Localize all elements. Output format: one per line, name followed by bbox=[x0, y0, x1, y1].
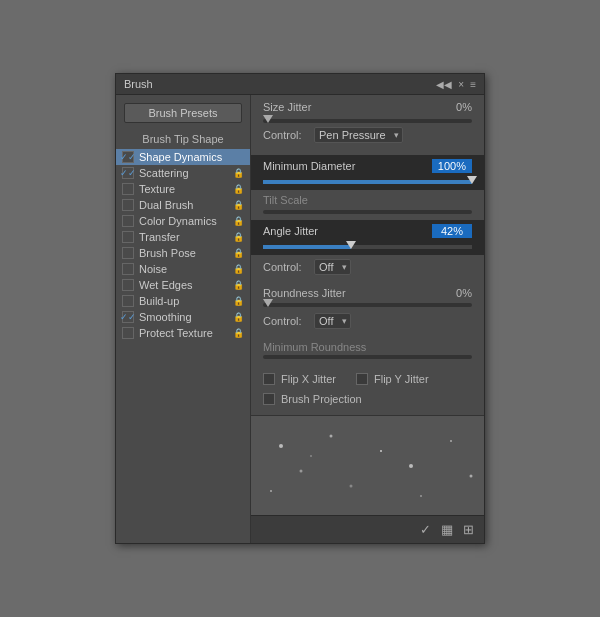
control-label-3: Control: bbox=[263, 315, 308, 327]
label-texture: Texture bbox=[139, 183, 231, 195]
sidebar-item-build-up[interactable]: Build-up 🔒 bbox=[116, 293, 250, 309]
checkbox-smoothing[interactable]: ✓ bbox=[122, 311, 134, 323]
checkbox-color-dynamics[interactable] bbox=[122, 215, 134, 227]
min-diameter-track-inner bbox=[263, 180, 472, 184]
label-noise: Noise bbox=[139, 263, 231, 275]
sidebar-item-transfer[interactable]: Transfer 🔒 bbox=[116, 229, 250, 245]
label-brush-pose: Brush Pose bbox=[139, 247, 231, 259]
sidebar-item-wet-edges[interactable]: Wet Edges 🔒 bbox=[116, 277, 250, 293]
checkbox-build-up[interactable] bbox=[122, 295, 134, 307]
control-label-1: Control: bbox=[263, 129, 308, 141]
close-button[interactable]: × bbox=[458, 79, 464, 90]
content-area: Size Jitter 0% Control: Pen Pressure bbox=[251, 95, 484, 543]
checkbox-noise[interactable] bbox=[122, 263, 134, 275]
flip-y-row: Flip Y Jitter bbox=[356, 373, 429, 385]
control-label-2: Control: bbox=[263, 261, 308, 273]
size-jitter-section: Size Jitter 0% Control: Pen Pressure bbox=[251, 95, 484, 155]
roundness-jitter-slider-wrap[interactable] bbox=[251, 303, 484, 313]
toolbar-icon-layout[interactable]: ⊞ bbox=[461, 520, 476, 539]
checkbox-dual-brush[interactable] bbox=[122, 199, 134, 211]
panel-body: Brush Presets Brush Tip Shape ✓ Shape Dy… bbox=[116, 95, 484, 543]
tilt-scale-slider[interactable] bbox=[263, 210, 472, 214]
sidebar-item-smoothing[interactable]: ✓ Smoothing 🔒 bbox=[116, 309, 250, 325]
sidebar-item-texture[interactable]: Texture 🔒 bbox=[116, 181, 250, 197]
angle-jitter-label: Angle Jitter bbox=[263, 225, 432, 237]
lock-icon-build-up: 🔒 bbox=[233, 296, 244, 306]
angle-jitter-fill bbox=[263, 245, 351, 249]
checkbox-shape-dynamics[interactable]: ✓ bbox=[122, 151, 134, 163]
control-select-3[interactable]: Off bbox=[314, 313, 351, 329]
svg-point-4 bbox=[409, 464, 413, 468]
min-roundness-label: Minimum Roundness bbox=[263, 341, 472, 353]
menu-button[interactable]: ≡ bbox=[470, 79, 476, 90]
brush-projection-row: Brush Projection bbox=[263, 393, 472, 405]
sidebar-item-dual-brush[interactable]: Dual Brush 🔒 bbox=[116, 197, 250, 213]
label-build-up: Build-up bbox=[139, 295, 231, 307]
sidebar-item-noise[interactable]: Noise 🔒 bbox=[116, 261, 250, 277]
min-diameter-value: 100% bbox=[432, 159, 472, 173]
min-diameter-thumb bbox=[467, 176, 477, 184]
checkbox-flip-y[interactable] bbox=[356, 373, 368, 385]
min-diameter-fill bbox=[263, 180, 472, 184]
sidebar-item-scattering[interactable]: ✓ Scattering 🔒 bbox=[116, 165, 250, 181]
checkbox-transfer[interactable] bbox=[122, 231, 134, 243]
checkbox-wet-edges[interactable] bbox=[122, 279, 134, 291]
flip-row: Flip X Jitter Flip Y Jitter bbox=[263, 373, 472, 389]
svg-point-1 bbox=[330, 435, 333, 438]
svg-point-6 bbox=[350, 485, 353, 488]
angle-jitter-thumb bbox=[346, 241, 356, 249]
checkbox-protect-texture[interactable] bbox=[122, 327, 134, 339]
sidebar-item-brush-pose[interactable]: Brush Pose 🔒 bbox=[116, 245, 250, 261]
roundness-jitter-section: Roundness Jitter 0% Control: bbox=[251, 283, 484, 365]
min-roundness-slider[interactable] bbox=[263, 355, 472, 359]
lock-icon-color-dynamics: 🔒 bbox=[233, 216, 244, 226]
control-select-wrapper-2: Off bbox=[314, 259, 351, 275]
svg-point-7 bbox=[270, 490, 272, 492]
roundness-jitter-thumb bbox=[263, 299, 273, 307]
size-jitter-control-row: Control: Pen Pressure bbox=[263, 127, 472, 143]
label-color-dynamics: Color Dynamics bbox=[139, 215, 231, 227]
lock-icon-dual-brush: 🔒 bbox=[233, 200, 244, 210]
brush-panel: Brush ◀◀ × ≡ Brush Presets Brush Tip Sha… bbox=[115, 73, 485, 544]
svg-point-2 bbox=[380, 450, 382, 452]
svg-point-10 bbox=[470, 475, 473, 478]
control-select-1[interactable]: Pen Pressure bbox=[314, 127, 403, 143]
roundness-jitter-row: Roundness Jitter 0% bbox=[251, 283, 484, 303]
brush-presets-button[interactable]: Brush Presets bbox=[124, 103, 242, 123]
min-diameter-label: Minimum Diameter bbox=[263, 160, 432, 172]
titlebar-right: ◀◀ × ≡ bbox=[436, 79, 476, 90]
flip-section: Flip X Jitter Flip Y Jitter Brush Projec… bbox=[251, 365, 484, 415]
checkbox-brush-projection[interactable] bbox=[263, 393, 275, 405]
tilt-scale-label: Tilt Scale bbox=[263, 194, 472, 206]
sidebar-item-shape-dynamics[interactable]: ✓ Shape Dynamics bbox=[116, 149, 250, 165]
label-transfer: Transfer bbox=[139, 231, 231, 243]
lock-icon-noise: 🔒 bbox=[233, 264, 244, 274]
angle-jitter-slider[interactable] bbox=[251, 242, 484, 255]
checkbox-brush-pose[interactable] bbox=[122, 247, 134, 259]
min-diameter-slider[interactable] bbox=[251, 177, 484, 190]
panel-title: Brush bbox=[124, 78, 153, 90]
min-diameter-section: Minimum Diameter 100% bbox=[251, 155, 484, 190]
toolbar-icon-grid[interactable]: ▦ bbox=[439, 520, 455, 539]
sidebar-item-color-dynamics[interactable]: Color Dynamics 🔒 bbox=[116, 213, 250, 229]
control-select-2[interactable]: Off bbox=[314, 259, 351, 275]
size-jitter-slider-track[interactable] bbox=[263, 119, 472, 123]
svg-point-8 bbox=[420, 495, 422, 497]
checkbox-scattering[interactable]: ✓ bbox=[122, 167, 134, 179]
svg-point-5 bbox=[450, 440, 452, 442]
roundness-jitter-value: 0% bbox=[437, 287, 472, 299]
flip-x-row: Flip X Jitter bbox=[263, 373, 336, 385]
checkbox-texture[interactable] bbox=[122, 183, 134, 195]
lock-icon-texture: 🔒 bbox=[233, 184, 244, 194]
label-scattering: Scattering bbox=[139, 167, 231, 179]
collapse-button[interactable]: ◀◀ bbox=[436, 79, 452, 90]
size-jitter-row: Size Jitter 0% bbox=[263, 101, 472, 113]
angle-jitter-value: 42% bbox=[432, 224, 472, 238]
control-select-wrapper-1: Pen Pressure bbox=[314, 127, 403, 143]
size-jitter-value: 0% bbox=[437, 101, 472, 113]
toolbar-icon-check[interactable]: ✓ bbox=[418, 520, 433, 539]
sidebar-item-protect-texture[interactable]: Protect Texture 🔒 bbox=[116, 325, 250, 341]
checkbox-flip-x[interactable] bbox=[263, 373, 275, 385]
label-protect-texture: Protect Texture bbox=[139, 327, 231, 339]
titlebar-left: Brush bbox=[124, 78, 153, 90]
